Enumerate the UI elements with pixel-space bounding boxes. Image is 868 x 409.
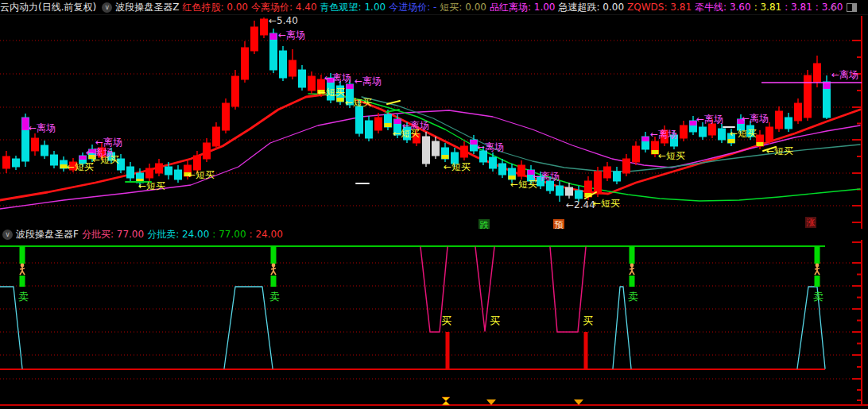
candle-body (213, 127, 220, 146)
candle-body (623, 159, 630, 173)
chevron-down-icon[interactable]: ∨ (2, 230, 13, 240)
candle-body (251, 27, 258, 51)
person-icon (817, 271, 820, 275)
buy-signal-label: ←短买 (730, 128, 757, 139)
candle-body (13, 159, 20, 167)
candle-body (604, 167, 611, 178)
stat-item: 分批卖: 24.00 (147, 229, 209, 240)
candle-body (633, 146, 640, 162)
buy-signal-label: ←短买 (393, 128, 420, 139)
sub-indicator-name: 波段操盘圣器F (16, 229, 79, 240)
candle-body (3, 156, 10, 168)
exit-signal-label: ←离场 (29, 122, 56, 133)
sell-label: 卖 (628, 291, 638, 303)
sell-label: 卖 (269, 291, 280, 303)
person-icon (630, 264, 634, 268)
buy-signal-label: ←短买 (658, 150, 685, 161)
ma-teal (362, 97, 860, 172)
candle-body (776, 111, 783, 129)
buy-signal-label: ←短买 (318, 87, 345, 98)
candle-body (795, 103, 802, 121)
candle-body (423, 137, 430, 164)
candle-body (680, 125, 688, 138)
candle-body (461, 146, 468, 157)
buy-signal-label: ←短买 (345, 97, 372, 108)
candle-body (223, 103, 230, 130)
person-icon (271, 268, 276, 269)
buy-signal-label: ←短买 (92, 154, 119, 165)
candle-body (490, 157, 497, 168)
exit-signal-label: ←离场 (831, 69, 858, 80)
magenta-indicator-line (550, 247, 586, 332)
candle-body (32, 138, 39, 151)
stat-item: 分批买: 77.00 (82, 229, 144, 240)
candle-body (614, 172, 621, 181)
person-icon (815, 268, 820, 269)
candle-body (804, 75, 812, 118)
candle-exit-cap (270, 33, 277, 40)
hourglass-marker (442, 401, 450, 405)
person-icon (630, 268, 634, 269)
exit-signal-label: ←离场 (533, 171, 560, 182)
candle-body (375, 118, 382, 130)
candle-body (127, 167, 134, 178)
triangle-down-marker (486, 399, 496, 405)
candle-buy-cap (757, 142, 764, 146)
candle-body (547, 181, 554, 191)
exit-signal-label: ←离场 (650, 129, 677, 140)
cyan-indicator-line (224, 287, 273, 368)
candle-body (356, 106, 363, 133)
candle-buy-cap (728, 139, 735, 143)
chart-canvas[interactable]: 卖卖卖卖买买买←离场←短买←离场←离场←短买←短买←短买←5.40←离场←离场←… (0, 0, 868, 409)
sell-label: 卖 (813, 291, 823, 303)
buy-signal-label: ←短买 (766, 145, 793, 156)
triangle-down-marker (574, 399, 583, 405)
candle-body (232, 76, 239, 106)
candle-body (261, 19, 268, 35)
exit-signal-label: ←离场 (95, 137, 122, 148)
trading-app-window: 云内动力(日线.前复权)∨波段操盘圣器Z红色持股: 0.00今离场价: 4.40… (0, 0, 868, 409)
candle-body (432, 141, 440, 156)
candle-buy-cap (442, 155, 449, 159)
candle-exit-cap (642, 137, 649, 141)
buy-label: 买 (583, 314, 593, 326)
stat-item: : 77.00 (212, 229, 246, 240)
candle-body (719, 129, 726, 140)
price-label: ←5.40 (269, 15, 298, 26)
status-badge-text: 涨 (807, 218, 816, 228)
candle-body (699, 127, 707, 137)
candle-body (165, 167, 172, 175)
candle-body (242, 48, 249, 79)
candle-body (299, 70, 306, 87)
subbar-stats: 分批买: 77.00分批卖: 24.00: 77.00: 24.00 (82, 229, 286, 240)
candle-body (289, 60, 296, 76)
exit-signal-label: ←离场 (742, 113, 769, 124)
candle-body (595, 172, 602, 194)
stat-item: : 24.00 (250, 229, 283, 240)
candle-body (499, 164, 506, 175)
candle-body (175, 170, 182, 179)
buy-label: 买 (441, 314, 451, 326)
hourglass-marker (442, 397, 450, 401)
person-icon (22, 271, 25, 275)
exit-signal-label: ←离场 (278, 29, 305, 41)
candle-exit-cap (394, 119, 401, 124)
candle-body (766, 127, 773, 141)
candle-body (280, 51, 287, 78)
person-icon (632, 271, 634, 275)
candle-body (194, 156, 201, 170)
candle-body (814, 64, 821, 82)
candle-body (785, 118, 792, 129)
sell-label: 卖 (18, 291, 29, 303)
exit-signal-label: ←离场 (324, 72, 351, 83)
candle-body (41, 145, 48, 156)
buy-signal-label: ←短买 (593, 198, 620, 209)
candle-buy-cap (337, 98, 344, 102)
buy-label: 买 (490, 314, 500, 326)
candle-buy-cap (385, 123, 392, 127)
sub-indicator-header: ∨波段操盘圣器F分批买: 77.00分批卖: 24.00: 77.00: 24.… (0, 229, 868, 240)
exit-signal-label: ←离场 (477, 141, 504, 152)
short-segment (387, 101, 400, 104)
exit-signal-label: ←离场 (355, 75, 382, 87)
candle-body (480, 151, 487, 162)
